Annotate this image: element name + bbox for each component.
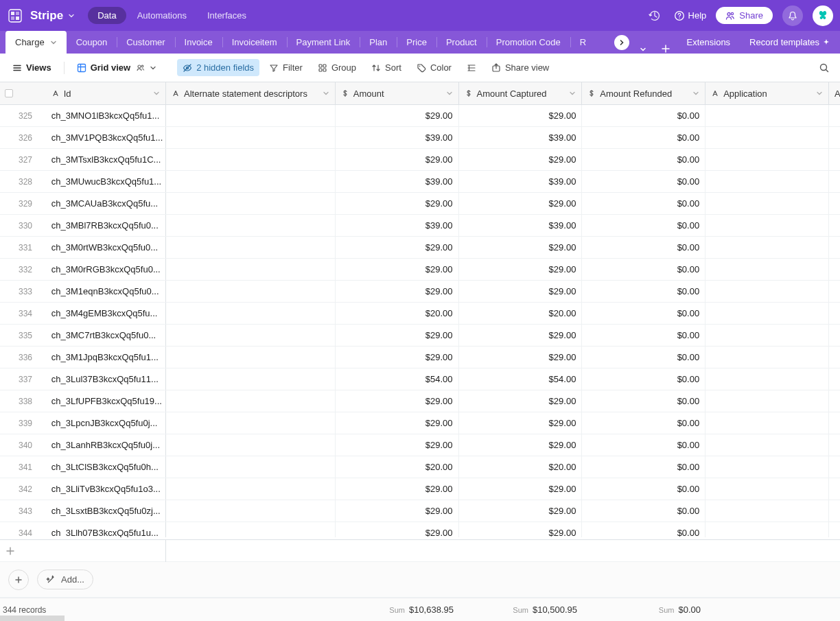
cell-refunded[interactable]: $0.00 [582, 237, 705, 258]
add-menu-button[interactable]: Add... [37, 570, 93, 589]
cell-id[interactable]: ch_3LanhRB3kcxQq5fu0j... [46, 434, 165, 456]
table-row[interactable]: 334ch_3M4gEMB3kcxQq5fu...$20.00$20.00$0.… [0, 303, 840, 325]
table-row[interactable]: 343ch_3LsxtBB3kcxQq5fu0zj...$29.00$29.00… [0, 500, 840, 522]
cell-captured[interactable]: $20.00 [459, 303, 583, 324]
cell-amount[interactable]: $39.00 [336, 171, 459, 192]
cell-amount[interactable]: $39.00 [336, 215, 459, 236]
cell-captured[interactable]: $29.00 [459, 193, 583, 214]
cell-refunded[interactable]: $0.00 [582, 149, 705, 170]
column-header-refunded[interactable]: Amount Refunded [582, 82, 705, 104]
table-row[interactable]: 325ch_3MNO1lB3kcxQq5fu1...$29.00$29.00$0… [0, 105, 840, 127]
cell-captured[interactable]: $39.00 [459, 171, 583, 192]
cell-alt[interactable] [166, 412, 336, 434]
cell-refunded[interactable]: $0.00 [582, 522, 705, 537]
cell-application[interactable] [705, 412, 829, 434]
cell-id[interactable]: ch_3LfUPFB3kcxQq5fu19... [46, 390, 165, 412]
filter-button[interactable]: Filter [264, 59, 308, 76]
cell-id[interactable]: ch_3MNO1lB3kcxQq5fu1... [46, 105, 165, 126]
cell-id[interactable]: ch_3MCAUaB3kcxQq5fu... [46, 193, 165, 214]
cell-amount[interactable]: $29.00 [336, 325, 459, 346]
table-tab-overflow[interactable]: R [570, 31, 596, 54]
table-tab-product[interactable]: Product [436, 31, 487, 54]
cell-alt[interactable] [166, 500, 336, 522]
table-row[interactable]: 344ch_3Llh07B3kcxQq5fu1u...$29.00$29.00$… [0, 522, 840, 537]
cell-alt[interactable] [166, 215, 336, 236]
table-row[interactable]: 340ch_3LanhRB3kcxQq5fu0j...$29.00$29.00$… [0, 434, 840, 456]
table-tab-customer[interactable]: Customer [117, 31, 174, 54]
cell-amount[interactable]: $39.00 [336, 127, 459, 148]
cell-alt[interactable] [166, 390, 336, 412]
cell-refunded[interactable]: $0.00 [582, 281, 705, 302]
table-row[interactable]: 331ch_3M0rtWB3kcxQq5fu0...$29.00$29.00$0… [0, 237, 840, 259]
cell-captured[interactable]: $29.00 [459, 412, 583, 434]
cell-alt[interactable] [166, 105, 336, 126]
cell-id[interactable]: ch_3M0rRGB3kcxQq5fu0... [46, 259, 165, 280]
cell-id[interactable]: ch_3LpcnJB3kcxQq5fu0j... [46, 412, 165, 434]
cell-refunded[interactable]: $0.00 [582, 368, 705, 390]
extensions-link[interactable]: Extensions [677, 37, 740, 47]
horizontal-scrollbar[interactable] [0, 616, 65, 621]
table-row[interactable]: 341ch_3LtClSB3kcxQq5fu0h...$20.00$20.00$… [0, 456, 840, 478]
cell-id[interactable]: ch_3Llh07B3kcxQq5fu1u... [46, 522, 165, 537]
select-all-checkbox[interactable] [0, 82, 19, 104]
share-view-button[interactable]: Share view [486, 59, 555, 76]
cell-id[interactable]: ch_3M4gEMB3kcxQq5fu... [46, 303, 165, 324]
table-tab-invoiceitem[interactable]: Invoiceitem [222, 31, 287, 54]
cell-captured[interactable]: $29.00 [459, 259, 583, 280]
cell-alt[interactable] [166, 347, 336, 368]
cell-amount[interactable]: $29.00 [336, 522, 459, 537]
table-tab-plan[interactable]: Plan [360, 31, 397, 54]
cell-refunded[interactable]: $0.00 [582, 259, 705, 280]
table-row[interactable]: 339ch_3LpcnJB3kcxQq5fu0j...$29.00$29.00$… [0, 412, 840, 434]
cell-captured[interactable]: $29.00 [459, 347, 583, 368]
cell-amount[interactable]: $29.00 [336, 434, 459, 456]
cell-refunded[interactable]: $0.00 [582, 434, 705, 456]
color-button[interactable]: Color [411, 59, 457, 76]
table-row[interactable]: 333ch_3M1eqnB3kcxQq5fu0...$29.00$29.00$0… [0, 281, 840, 303]
sum-amount[interactable]: Sum $10,638.95 [336, 598, 459, 621]
cell-captured[interactable]: $29.00 [459, 105, 583, 126]
tabs-dropdown-button[interactable] [632, 45, 654, 54]
cell-refunded[interactable]: $0.00 [582, 412, 705, 434]
grid-view-button[interactable]: Grid view [71, 59, 163, 76]
column-header-alt[interactable]: Alternate statement descriptors [166, 82, 336, 104]
table-tab-coupon[interactable]: Coupon [67, 31, 117, 54]
column-header-captured[interactable]: Amount Captured [459, 82, 583, 104]
cell-application[interactable] [705, 390, 829, 412]
tab-data[interactable]: Data [88, 7, 126, 24]
cell-captured[interactable]: $29.00 [459, 500, 583, 522]
cell-application[interactable] [705, 456, 829, 478]
cell-application[interactable] [705, 522, 829, 537]
hidden-fields-button[interactable]: 2 hidden fields [177, 59, 259, 76]
share-button[interactable]: Share [716, 7, 773, 24]
cell-captured[interactable]: $29.00 [459, 478, 583, 500]
cell-refunded[interactable]: $0.00 [582, 303, 705, 324]
cell-id[interactable]: ch_3MC7rtB3kcxQq5fu0... [46, 325, 165, 346]
cell-captured[interactable]: $29.00 [459, 325, 583, 346]
cell-captured[interactable]: $29.00 [459, 149, 583, 170]
cell-application[interactable] [705, 347, 829, 368]
column-header-amount[interactable]: Amount [336, 82, 459, 104]
tab-automations[interactable]: Automations [128, 7, 196, 24]
views-button[interactable]: Views [7, 59, 57, 76]
cell-amount[interactable]: $29.00 [336, 478, 459, 500]
cell-captured[interactable]: $39.00 [459, 215, 583, 236]
cell-refunded[interactable]: $0.00 [582, 478, 705, 500]
cell-amount[interactable]: $29.00 [336, 347, 459, 368]
table-row[interactable]: 336ch_3M1JpqB3kcxQq5fu1...$29.00$29.00$0… [0, 347, 840, 368]
sum-captured[interactable]: Sum $10,500.95 [459, 598, 583, 621]
cell-amount[interactable]: $54.00 [336, 368, 459, 390]
cell-application[interactable] [705, 500, 829, 522]
cell-id[interactable]: ch_3MUwucB3kcxQq5fu1... [46, 171, 165, 192]
cell-alt[interactable] [166, 237, 336, 258]
cell-alt[interactable] [166, 434, 336, 456]
cell-application[interactable] [705, 259, 829, 280]
cell-alt[interactable] [166, 127, 336, 148]
cell-application[interactable] [705, 434, 829, 456]
row-height-button[interactable] [461, 60, 482, 76]
table-tab-payment-link[interactable]: Payment Link [287, 31, 360, 54]
cell-alt[interactable] [166, 281, 336, 302]
group-button[interactable]: Group [312, 59, 362, 76]
cell-id[interactable]: ch_3MBl7RB3kcxQq5fu0... [46, 215, 165, 236]
cell-amount[interactable]: $20.00 [336, 456, 459, 478]
